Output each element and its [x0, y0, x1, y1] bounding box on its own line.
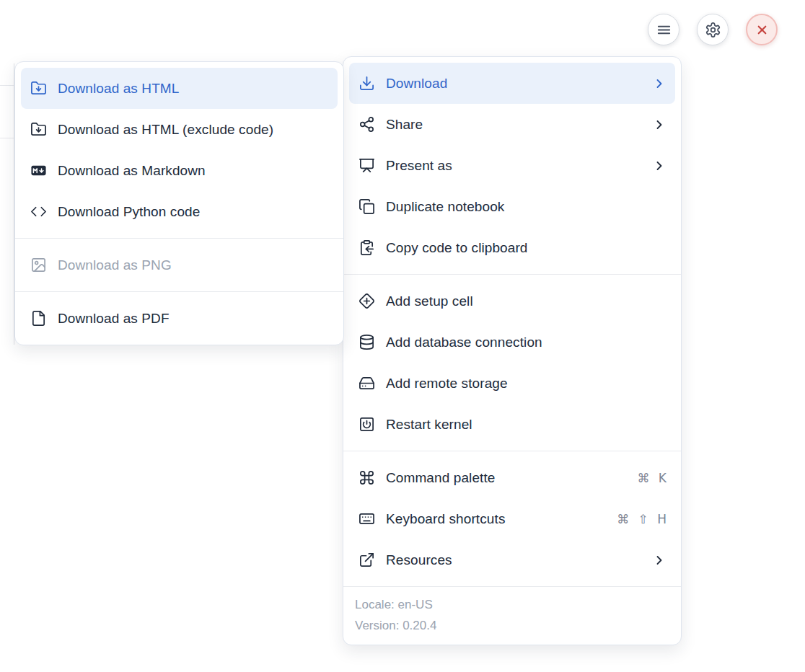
menu-item-label: Resources: [386, 552, 641, 568]
menu-item-label: Restart kernel: [386, 417, 667, 433]
menu-item-label: Download as HTML (exclude code): [58, 122, 329, 138]
menu-item-download-as-pdf[interactable]: Download as PDF: [21, 298, 338, 339]
folder-down-icon: [30, 121, 47, 138]
chevron-right-icon: [652, 76, 667, 91]
presentation-icon: [358, 157, 375, 174]
keyboard-icon: [358, 510, 375, 527]
command-icon: [358, 469, 375, 486]
menu-item-resources[interactable]: Resources: [349, 539, 675, 580]
menu-item-restart-kernel[interactable]: Restart kernel: [349, 404, 675, 445]
menu-item-download-as-png: Download as PNG: [21, 244, 338, 286]
chevron-right-icon: [652, 159, 667, 173]
menu-item-label: Command palette: [386, 470, 626, 486]
shortcut-hint: ⌘ ⇧ H: [617, 512, 667, 526]
menu-button[interactable]: [648, 14, 679, 45]
menu-item-add-setup-cell[interactable]: Add setup cell: [349, 280, 675, 322]
background-row-line: [0, 85, 14, 86]
database-icon: [358, 334, 375, 350]
menu-item-label: Keyboard shortcuts: [386, 511, 606, 527]
download-submenu: Download as HTMLDownload as HTML (exclud…: [14, 61, 344, 345]
menu-item-add-database-connection[interactable]: Add database connection: [349, 322, 675, 363]
menu-item-download-as-html-exclude-code[interactable]: Download as HTML (exclude code): [21, 109, 338, 150]
clipboard-copy-icon: [358, 239, 375, 256]
menu-item-duplicate-notebook[interactable]: Duplicate notebook: [349, 186, 675, 227]
menu-item-download-python-code[interactable]: Download Python code: [21, 191, 338, 232]
menu-item-keyboard-shortcuts[interactable]: Keyboard shortcuts⌘ ⇧ H: [349, 498, 675, 539]
settings-button[interactable]: [697, 14, 729, 45]
folder-down-icon: [30, 80, 47, 97]
menu-item-label: Download as PNG: [58, 257, 329, 273]
menu-item-label: Duplicate notebook: [386, 199, 667, 215]
shortcut-hint: ⌘ K: [637, 471, 667, 485]
hard-drive-icon: [358, 375, 375, 392]
menu-item-label: Add remote storage: [386, 376, 667, 392]
menu-item-command-palette[interactable]: Command palette⌘ K: [349, 457, 675, 498]
external-link-icon: [358, 552, 375, 568]
markdown-down-icon: [30, 162, 47, 179]
menu-item-label: Download Python code: [58, 204, 329, 220]
menu-item-label: Add setup cell: [386, 293, 667, 309]
chevron-right-icon: [652, 118, 667, 132]
menu-item-label: Present as: [386, 158, 641, 174]
menu-item-label: Download as PDF: [58, 311, 329, 327]
square-power-icon: [358, 416, 375, 433]
close-button[interactable]: [746, 14, 778, 45]
menu-item-label: Add database connection: [386, 335, 667, 350]
file-icon: [30, 310, 47, 327]
menu-item-label: Copy code to clipboard: [386, 240, 667, 256]
chevron-right-icon: [652, 553, 667, 567]
menu-item-download-as-markdown[interactable]: Download as Markdown: [21, 150, 338, 191]
notebook-actions-menu: DownloadSharePresent asDuplicate noteboo…: [343, 56, 682, 645]
menu-item-label: Share: [386, 117, 641, 133]
background-row-line: [0, 138, 14, 138]
download-icon: [358, 75, 375, 92]
menu-item-label: Download: [386, 76, 641, 92]
copy-icon: [358, 198, 375, 215]
version-text: Version: 0.20.4: [355, 615, 669, 636]
menu-item-add-remote-storage[interactable]: Add remote storage: [349, 363, 675, 404]
menu-item-copy-code-to-clipboard[interactable]: Copy code to clipboard: [349, 227, 675, 268]
share-icon: [358, 116, 375, 133]
locale-text: Locale: en-US: [355, 594, 669, 615]
menu-item-present-as[interactable]: Present as: [349, 145, 675, 186]
code-icon: [30, 203, 47, 220]
menu-item-download-as-html[interactable]: Download as HTML: [21, 68, 338, 109]
menu-item-label: Download as Markdown: [58, 163, 329, 179]
menu-item-label: Download as HTML: [58, 81, 329, 97]
menu-footer: Locale: en-US Version: 0.20.4: [343, 586, 681, 645]
diamond-plus-icon: [358, 293, 375, 309]
image-icon: [30, 257, 47, 273]
menu-item-download[interactable]: Download: [349, 63, 675, 104]
menu-item-share[interactable]: Share: [349, 104, 675, 145]
